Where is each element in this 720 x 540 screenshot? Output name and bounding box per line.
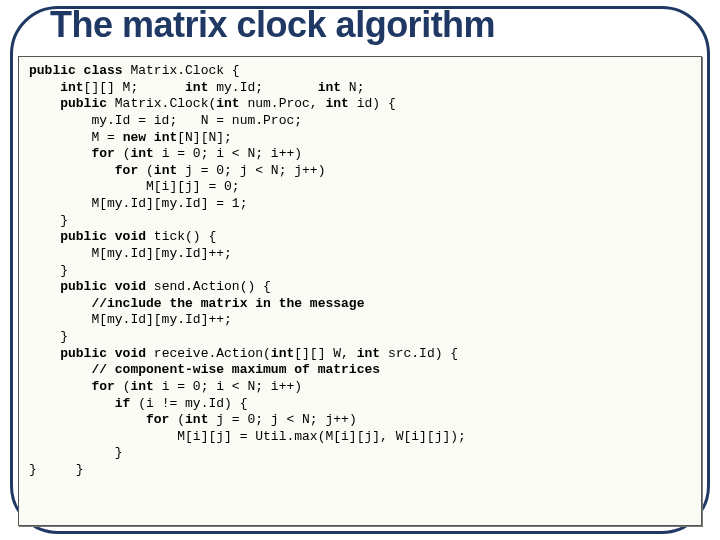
kw: public void <box>29 279 146 294</box>
tok: num.Proc, <box>240 96 326 111</box>
kw: class <box>76 63 123 78</box>
kw: new int <box>123 130 178 145</box>
tok: ( <box>115 146 131 161</box>
tok: [][] W, <box>294 346 356 361</box>
kw: for <box>29 379 115 394</box>
kw: public void <box>29 346 146 361</box>
kw: int <box>357 346 380 361</box>
tok: i = 0; i < N; i++) <box>154 146 302 161</box>
kw: int <box>318 80 341 95</box>
tok: [N][N]; <box>177 130 232 145</box>
kw: int <box>130 379 153 394</box>
kw: int <box>29 80 84 95</box>
kw: for <box>29 412 169 427</box>
tok: ( <box>169 412 185 427</box>
tok: } } <box>29 462 84 477</box>
tok: [][] M; <box>84 80 185 95</box>
tok: M[i][j] = 0; <box>29 179 240 194</box>
kw: public <box>29 63 76 78</box>
slide-title: The matrix clock algorithm <box>50 4 670 46</box>
tok: i = 0; i < N; i++) <box>154 379 302 394</box>
tok: j = 0; j < N; j++) <box>208 412 356 427</box>
tok: Matrix.Clock { <box>123 63 240 78</box>
kw: public void <box>29 229 146 244</box>
tok: M[my.Id][my.Id] = 1; <box>29 196 247 211</box>
slide: The matrix clock algorithm public class … <box>0 0 720 540</box>
kw: int <box>271 346 294 361</box>
tok: (i != my.Id) { <box>130 396 247 411</box>
tok: id) { <box>349 96 396 111</box>
tok: M[my.Id][my.Id]++; <box>29 246 232 261</box>
kw: int <box>130 146 153 161</box>
tok: M = <box>29 130 123 145</box>
tok: M[my.Id][my.Id]++; <box>29 312 232 327</box>
tok: N; <box>341 80 364 95</box>
code-block: public class Matrix.Clock { int[][] M; i… <box>29 63 691 479</box>
comment: // component-wise maximum of matrices <box>29 362 380 377</box>
kw: for <box>29 146 115 161</box>
tok: send.Action() { <box>146 279 271 294</box>
tok: receive.Action( <box>146 346 271 361</box>
kw: public <box>29 96 107 111</box>
tok: ( <box>138 163 154 178</box>
tok: Matrix.Clock( <box>107 96 216 111</box>
tok: tick() { <box>146 229 216 244</box>
kw: int <box>325 96 348 111</box>
tok: my.Id = id; N = num.Proc; <box>29 113 302 128</box>
tok: } <box>29 329 68 344</box>
tok: } <box>29 263 68 278</box>
tok: my.Id; <box>208 80 317 95</box>
kw: for <box>29 163 138 178</box>
comment: //include the matrix in the message <box>29 296 364 311</box>
kw: int <box>154 163 177 178</box>
tok: M[i][j] = Util.max(M[i][j], W[i][j]); <box>29 429 466 444</box>
kw: int <box>185 80 208 95</box>
tok: } <box>29 213 68 228</box>
kw: if <box>29 396 130 411</box>
tok: j = 0; j < N; j++) <box>177 163 325 178</box>
tok: } <box>29 445 123 460</box>
tok: ( <box>115 379 131 394</box>
kw: int <box>185 412 208 427</box>
tok: src.Id) { <box>380 346 458 361</box>
code-box: public class Matrix.Clock { int[][] M; i… <box>18 56 702 526</box>
kw: int <box>216 96 239 111</box>
